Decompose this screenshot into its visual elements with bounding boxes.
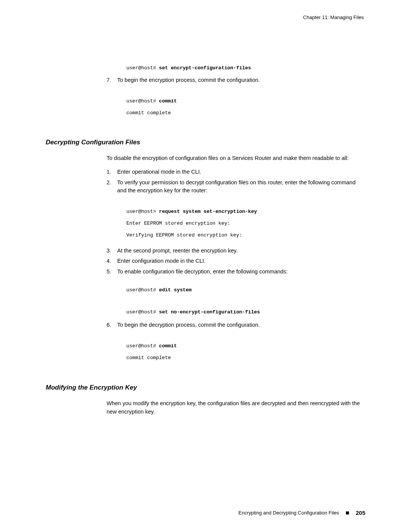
code-prompt: user@host# xyxy=(126,343,159,349)
step-text: To verify your permission to decrypt con… xyxy=(117,179,365,244)
step-number: 5. xyxy=(107,268,117,318)
section-body: To disable the encryption of configurati… xyxy=(107,154,365,366)
section-heading-modifying: Modifying the Encryption Key xyxy=(46,384,365,391)
page-footer: Encrypting and Decrypting Configuration … xyxy=(239,510,366,516)
code-block: user@host> request system set-encryption… xyxy=(126,206,365,241)
code-prompt: user@host# xyxy=(126,309,159,315)
section-intro-para: To disable the encryption of configurati… xyxy=(107,154,365,162)
code-output: Enter EEPROM stored encryption key: xyxy=(126,220,230,226)
code-block: user@host# commit commit complete xyxy=(126,340,365,364)
page: Chapter 11: Managing Files user@host# se… xyxy=(0,0,411,416)
step-item: 5. To enable configuration file decrypti… xyxy=(107,268,365,318)
step-item: 2. To verify your permission to decrypt … xyxy=(107,179,365,244)
step-text: To begin the encryption process, commit … xyxy=(117,76,365,121)
code-command: commit xyxy=(159,98,177,104)
step-text-span: To begin the encryption process, commit … xyxy=(117,77,260,83)
step-number: 6. xyxy=(107,321,117,366)
step-list: 1. Enter operational mode in the CLI. 2.… xyxy=(107,168,365,366)
section-para: When you modify the encryption key, the … xyxy=(107,399,365,416)
code-output: commit complete xyxy=(126,110,171,116)
code-command: request system set-encryption-key xyxy=(159,209,257,214)
step-text: To begin the decryption process, commit … xyxy=(117,321,365,366)
step-item: 1. Enter operational mode in the CLI. xyxy=(107,168,365,176)
step-number: 1. xyxy=(107,168,117,176)
step-list: 7. To begin the encryption process, comm… xyxy=(107,76,365,121)
code-block: user@host# commit commit complete xyxy=(126,95,365,119)
step-text-span: To verify your permission to decrypt con… xyxy=(117,179,355,194)
code-prompt: user@host# xyxy=(126,98,159,104)
step-item: 6. To begin the decryption process, comm… xyxy=(107,321,365,366)
code-command: set encrypt-configuration-files xyxy=(159,65,251,71)
running-header: Chapter 11: Managing Files xyxy=(46,14,364,20)
code-output: commit complete xyxy=(126,355,171,361)
step-item: 3. At the second prompt, reenter the enc… xyxy=(107,247,365,255)
step-text-span: To begin the decryption process, commit … xyxy=(117,322,260,328)
footer-section-label: Encrypting and Decrypting Configuration … xyxy=(239,510,339,516)
page-number: 205 xyxy=(356,510,365,516)
section-body: When you modify the encryption key, the … xyxy=(107,399,365,416)
step-item: 4. Enter configuration mode in the CLI. xyxy=(107,257,365,265)
code-block: user@host# edit system user@host# set no… xyxy=(126,287,365,316)
step-text-span: To enable configuration file decryption,… xyxy=(117,268,288,275)
code-output: Verifying EEPROM stored encryption key: xyxy=(126,232,242,238)
step-number: 3. xyxy=(107,247,117,255)
step-text: At the second prompt, reenter the encryp… xyxy=(117,247,365,255)
code-prompt: user@host> xyxy=(126,209,159,214)
code-block: user@host# set encrypt-configuration-fil… xyxy=(126,62,365,74)
step-text: Enter operational mode in the CLI. xyxy=(117,168,365,176)
code-command: commit xyxy=(159,343,177,349)
step-number: 4. xyxy=(107,257,117,265)
section-heading-decrypting: Decrypting Configuration Files xyxy=(46,139,365,146)
continuation-block: user@host# set encrypt-configuration-fil… xyxy=(107,62,365,121)
square-bullet-icon xyxy=(346,511,349,514)
code-prompt: user@host# xyxy=(126,287,159,293)
step-number: 2. xyxy=(107,179,117,244)
step-item: 7. To begin the encryption process, comm… xyxy=(107,76,365,121)
code-command: edit system xyxy=(159,287,192,293)
code-prompt: user@host# xyxy=(126,65,159,71)
step-text: Enter configuration mode in the CLI. xyxy=(117,257,365,265)
step-number: 7. xyxy=(107,76,117,121)
code-command: set no-encrypt-configuration-files xyxy=(159,309,260,315)
step-text: To enable configuration file decryption,… xyxy=(117,268,365,318)
